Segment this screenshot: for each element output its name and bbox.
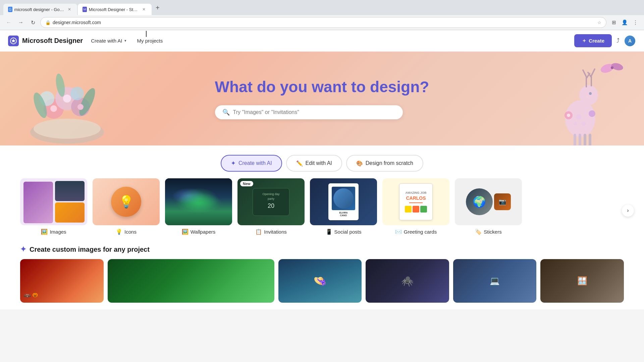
wallpapers-label: Wallpapers (191, 229, 215, 235)
my-projects-nav-button[interactable]: My projects (132, 35, 168, 46)
address-bar[interactable]: 🔒 designer.microsoft.com ☆ (40, 17, 606, 28)
social-posts-label: Social posts (334, 229, 362, 235)
hero-search-input[interactable] (233, 109, 395, 115)
svg-point-13 (50, 105, 57, 112)
svg-point-28 (586, 96, 588, 98)
browser-tab-2[interactable]: M Microsoft Designer - Stunning ... ✕ (78, 4, 152, 15)
svg-point-14 (77, 104, 84, 110)
sparkle-icon: ✦ (231, 160, 236, 167)
profile-avatar-button[interactable]: A (624, 35, 636, 47)
category-greeting-cards[interactable]: AMAZING JOBCARLOS ✉️ Greeting cards (382, 178, 449, 235)
category-wallpapers-thumbnail (165, 178, 232, 225)
browser-chrome: G microsoft designer - Google Se... ✕ M … (0, 0, 644, 30)
tab-bar: G microsoft designer - Google Se... ✕ M … (0, 0, 644, 15)
design-from-scratch-tab[interactable]: 🎨 Design from scratch (346, 155, 423, 172)
flower-arrangement-illustration (20, 55, 114, 145)
svg-point-31 (589, 110, 595, 117)
photo-sticker-preview: 📷 (494, 193, 511, 210)
new-tab-button[interactable]: + (152, 3, 163, 15)
chevron-down-icon: ▾ (124, 39, 126, 43)
category-social-posts[interactable]: ELVIRACANO 📱 Social posts (310, 178, 377, 235)
hero-decoration-right (537, 58, 617, 145)
design-icon: 🎨 (356, 160, 363, 167)
category-images-thumbnail (20, 178, 87, 225)
svg-point-20 (576, 114, 581, 120)
category-invitations[interactable]: New Opening day party 20 📋 Invitations (237, 178, 305, 235)
logo-link[interactable]: Microsoft Designer (8, 36, 83, 46)
avatar: A (625, 36, 635, 46)
hero-decoration-left (20, 55, 107, 142)
category-stickers[interactable]: 🌍 📷 🏷️ Stickers (455, 178, 522, 235)
category-wallpapers[interactable]: 🖼️ Wallpapers (165, 178, 232, 235)
hero-search-bar[interactable]: 🔍 (215, 105, 403, 119)
share-button[interactable]: ⤴ (612, 35, 624, 47)
svg-rect-26 (589, 134, 591, 145)
custom-image-4[interactable]: 🕷️ (366, 259, 449, 303)
svg-point-8 (70, 87, 84, 100)
create-with-ai-tab[interactable]: ✦ Create with AI (221, 155, 282, 172)
aurora-effect (175, 192, 222, 214)
profile-button[interactable]: 👤 (620, 18, 629, 27)
person-hat-image: 👒 (278, 259, 362, 303)
tab-favicon-2: M (83, 7, 87, 12)
category-icons-thumbnail: 💡 (93, 178, 160, 225)
refresh-button[interactable]: ↻ (28, 18, 38, 27)
plus-icon: ＋ (582, 38, 587, 44)
create-with-ai-nav-button[interactable]: Create with AI ▾ (86, 35, 131, 46)
svg-rect-23 (574, 134, 576, 145)
forward-button[interactable]: → (16, 18, 25, 27)
svg-point-27 (589, 92, 592, 95)
svg-point-22 (574, 122, 577, 125)
svg-point-17 (611, 66, 613, 69)
category-images[interactable]: 🖼️ Images (20, 178, 87, 235)
custom-images-grid: 🦇 🎃 👒 🕷️ 💻 (20, 259, 624, 303)
wallpapers-icon: 🖼️ (182, 229, 189, 235)
invitations-label: Invitations (264, 229, 287, 235)
greeting-cards-label: Greeting cards (404, 229, 437, 235)
spider-web-image: 🕷️ (366, 259, 449, 303)
custom-image-3[interactable]: 👒 (278, 259, 362, 303)
images-label: Images (50, 229, 66, 235)
extensions-button[interactable]: ⊞ (609, 18, 619, 27)
image-preview-2 (55, 181, 85, 201)
main-nav: Microsoft Designer Create with AI ▾ My p… (0, 30, 644, 52)
custom-image-5[interactable]: 💻 (453, 259, 537, 303)
categories-grid: 🖼️ Images 💡 💡 Icons (20, 178, 624, 235)
scroll-right-arrow[interactable]: › (622, 204, 634, 217)
browser-menu-button[interactable]: ⋮ (631, 18, 640, 27)
custom-image-1[interactable]: 🦇 🎃 (20, 259, 104, 303)
back-button[interactable]: ← (4, 18, 13, 27)
hero-section: What do you want to design? 🔍 (0, 52, 644, 145)
search-icon: 🔍 (222, 109, 230, 116)
greeting-cards-icon: ✉️ (395, 229, 402, 235)
tab-close-2[interactable]: ✕ (141, 6, 147, 12)
create-button-label: Create (589, 38, 604, 44)
logo-text: Microsoft Designer (22, 37, 83, 45)
custom-image-6[interactable]: 🪟 (540, 259, 624, 303)
edit-with-ai-tab[interactable]: ✏️ Edit with AI (286, 155, 342, 172)
stickers-label: Stickers (484, 229, 501, 235)
tab-title-1: microsoft designer - Google Se... (14, 7, 64, 12)
url-input[interactable]: designer.microsoft.com (53, 20, 595, 25)
stickers-icon: 🏷️ (475, 229, 482, 235)
custom-image-2[interactable] (108, 259, 274, 303)
category-stickers-label: 🏷️ Stickers (455, 229, 522, 235)
category-wallpapers-label: 🖼️ Wallpapers (165, 229, 232, 235)
create-button[interactable]: ＋ Create (574, 34, 612, 47)
deer-illustration (537, 58, 624, 145)
greeting-card-preview: AMAZING JOBCARLOS (399, 183, 433, 220)
custom-section-header: ✦ Create custom images for any project (20, 245, 624, 254)
svg-point-30 (567, 114, 570, 117)
hero-title: What do you want to design? (215, 78, 429, 96)
custom-images-section: ✦ Create custom images for any project 🦇… (0, 245, 644, 309)
browser-tab-1[interactable]: G microsoft designer - Google Se... ✕ (3, 4, 77, 15)
tab-close-1[interactable]: ✕ (66, 6, 72, 12)
create-with-ai-nav-label: Create with AI (91, 38, 122, 44)
svg-point-19 (579, 85, 598, 105)
category-images-label: 🖼️ Images (20, 229, 87, 235)
category-greeting-cards-thumbnail: AMAZING JOBCARLOS (382, 178, 449, 225)
star-icon[interactable]: ☆ (597, 20, 601, 25)
svg-rect-24 (579, 134, 581, 145)
category-icons[interactable]: 💡 💡 Icons (93, 178, 160, 235)
images-icon: 🖼️ (41, 229, 48, 235)
